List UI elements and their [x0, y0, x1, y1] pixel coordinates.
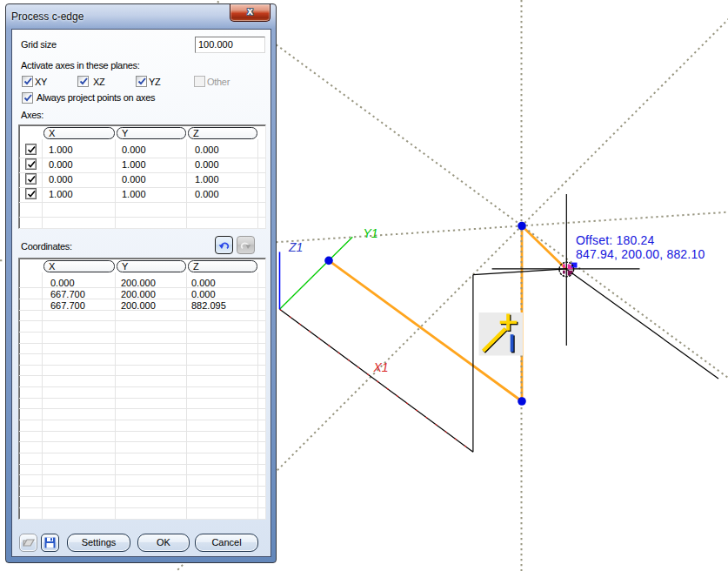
svg-text:Y1: Y1	[364, 226, 378, 240]
svg-text:Z1: Z1	[288, 240, 303, 254]
svg-text:X1: X1	[373, 360, 389, 374]
svg-text:847.94, 200.00, 882.10: 847.94, 200.00, 882.10	[576, 247, 705, 261]
svg-text:Offset: 180.24: Offset: 180.24	[576, 233, 655, 247]
